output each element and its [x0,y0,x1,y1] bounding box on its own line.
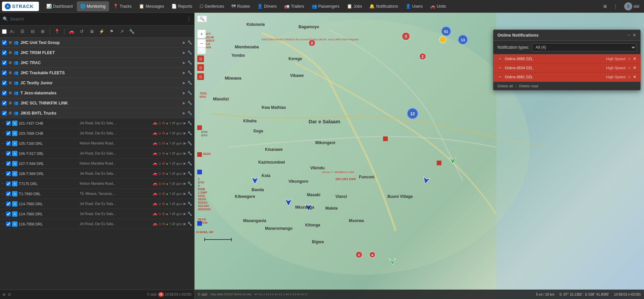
group-checkbox[interactable] [2,91,7,95]
nav-more-icon[interactable]: ⋮ [611,1,620,11]
group-action-icon[interactable]: 🔧 [187,40,192,45]
nav-units[interactable]: 🚗 Units [427,1,449,11]
unit-play-button[interactable]: ▶ [183,141,186,145]
unit-play-button[interactable]: ▶ [183,151,186,156]
unit-checkbox[interactable] [6,141,11,146]
group-row[interactable]: ⊞ 👥 JHC TRAC ▶ 🔧 [0,58,194,68]
toolbar-action2[interactable]: ↺ [77,27,86,36]
nav-users[interactable]: 👤 Users [402,1,426,11]
unit-wrench-button[interactable]: 🔧 [187,151,192,156]
group-action-icon[interactable]: 🔧 [187,101,192,105]
nav-passengers[interactable]: 👥 Passengers [308,1,343,11]
toolbar-wrench[interactable]: 🔧 [127,27,136,36]
nav-tracks[interactable]: 📍 Tracks [110,1,135,11]
nav-messages[interactable]: 📋 Messages [136,1,167,11]
unit-play-button[interactable]: ▶ [183,121,186,125]
group-row[interactable]: ⊞ 👥 JHC Trackable FLEETS ▶ 🔧 [0,68,194,78]
unit-checkbox[interactable] [6,212,11,216]
group-checkbox[interactable] [2,40,7,45]
map-zoom-out-button[interactable]: − [197,39,206,48]
nav-grid-icon[interactable]: ⊞ [601,1,609,11]
unit-checkbox[interactable] [6,191,11,196]
list-view-button[interactable]: ☰ [18,27,27,36]
unit-play-button[interactable]: ▶ [183,202,186,206]
search-more-button[interactable]: ⋮ [186,16,192,22]
notification-type-select[interactable]: All (4) [532,43,636,51]
nav-monitoring[interactable]: 🌐 Monitoring [77,1,109,11]
list-item[interactable]: + A 107-T-944 DRL Nelson Mandela Road...… [0,159,194,169]
location-pin-button[interactable]: 📍 [53,27,61,36]
toolbar-action1[interactable]: 🚗 [67,27,76,36]
unit-wrench-button[interactable]: 🔧 [187,141,192,145]
unit-play-button[interactable]: ▶ [183,181,186,186]
group-action-icon[interactable]: 🔧 [187,50,192,55]
list-item[interactable]: + A 105-7160 DRL Nelson Mandela Road... … [0,138,194,148]
toolbar-action6[interactable]: ↗ [117,27,126,36]
nav-reports[interactable]: 📄 Reports [168,1,196,11]
list-view-icon[interactable]: ⊟ [8,293,11,296]
notification-item[interactable]: 🚗 Online-9889 DZL High Speed ≡ ✕ [493,54,640,63]
group-row[interactable]: ⊞ 👥 JHC Unit Test Group ▶ 🔧 [0,38,194,48]
list-item[interactable]: + A 103-7668 CHB Jet Road, Dar Es Sala..… [0,128,194,138]
list-item[interactable]: + A 106-T-917 DBL Jet Road, Dar Es Sala.… [0,148,194,159]
unit-play-button[interactable]: ▶ [183,171,186,176]
toolbar-action4[interactable]: ⚡ [97,27,106,36]
notification-minimize-button[interactable]: − [627,33,630,38]
group-checkbox[interactable] [2,111,7,116]
delete-read-link[interactable]: Delete read [519,84,538,88]
unit-checkbox[interactable] [6,202,11,206]
group-row[interactable]: ⊞ 👥 JHC TRSM FLEET ▶ 🔧 [0,48,194,58]
unit-checkbox[interactable] [6,222,11,226]
unit-checkbox[interactable] [6,181,11,186]
nav-user[interactable]: 👤 sisl [622,1,642,11]
unit-wrench-button[interactable]: 🔧 [187,222,192,226]
list-item[interactable]: + A 108-T-969 DRL Jet Road, Dar Es Sala.… [0,169,194,179]
notification-item-close-button[interactable]: ✕ [633,56,636,61]
unit-wrench-button[interactable]: 🔧 [187,212,192,216]
app-logo[interactable]: S STRACK [2,2,39,11]
group-checkbox[interactable] [2,101,7,105]
unit-play-button[interactable]: ▶ [183,212,186,216]
list-item[interactable]: + A 114-7960 DRL Jet Road, Dar Es Sala..… [0,209,194,219]
sort-az-button[interactable]: A↓ [8,27,17,36]
list-item[interactable]: + A T7175 DRL Nelson Mandela Road... 🚗 ◇… [0,179,194,189]
unit-play-button[interactable]: ▶ [183,131,186,135]
unit-play-button[interactable]: ▶ [183,161,186,166]
group-action-icon[interactable]: 🔧 [187,71,192,75]
search-input[interactable] [10,16,184,22]
toolbar-action5[interactable]: ⚑ [107,27,116,36]
unit-wrench-button[interactable]: 🔧 [187,171,192,176]
unit-wrench-button[interactable]: 🔧 [187,191,192,196]
nav-notifications[interactable]: 🔔 Notifications [366,1,401,11]
select-all-checkbox[interactable] [2,29,7,34]
unit-wrench-button[interactable]: 🔧 [187,161,192,166]
group-action-icon[interactable]: 🔧 [187,60,192,65]
grid-view-icon[interactable]: ⊞ [3,293,5,296]
group-action-icon[interactable]: 🔧 [187,111,192,115]
unit-play-button[interactable]: ▶ [183,222,186,226]
group-action-icon[interactable]: 🔧 [187,81,192,85]
nav-geofences[interactable]: ⬡ Geofences [196,1,227,11]
columns-button[interactable]: ⊞ [38,27,47,36]
group-row[interactable]: ⊞ 👥 JC Testily Junior ▶ 🔧 [0,78,194,88]
unit-checkbox[interactable] [6,151,11,156]
group-checkbox[interactable] [2,60,7,65]
nav-routes[interactable]: 🗺 Routes [228,1,253,11]
nav-drivers[interactable]: 👤 Drivers [254,1,280,11]
group-action-icon[interactable]: 🔧 [187,91,192,95]
filter-button[interactable]: ⊟ [28,27,37,36]
map-zoom-in-button[interactable]: + [197,30,206,38]
group-checkbox[interactable] [2,81,7,85]
unit-wrench-button[interactable]: 🔧 [187,202,192,206]
map-area[interactable]: 3 2 2 12 51 13 3 [195,13,644,299]
unit-checkbox[interactable] [6,161,11,166]
notification-item-close-button[interactable]: ✕ [633,66,636,70]
nav-trailers[interactable]: 🚛 Trailers [281,1,308,11]
notification-item-close-button[interactable]: ✕ [633,75,636,79]
list-item[interactable]: + A 114-7960 DRL Jet Road, Dar Es Sala..… [0,199,194,209]
unit-wrench-button[interactable]: 🔧 [187,121,192,125]
notification-item[interactable]: 🚗 Online-9881 DZL High Speed ≡ ✕ [493,73,640,82]
notification-close-button[interactable]: ✕ [633,33,636,38]
group-row[interactable]: ⊞ 👥 T Jess-datanmales ▶ 🔧 [0,88,194,98]
nav-dashboard[interactable]: 📊 Dashboard [43,1,76,11]
